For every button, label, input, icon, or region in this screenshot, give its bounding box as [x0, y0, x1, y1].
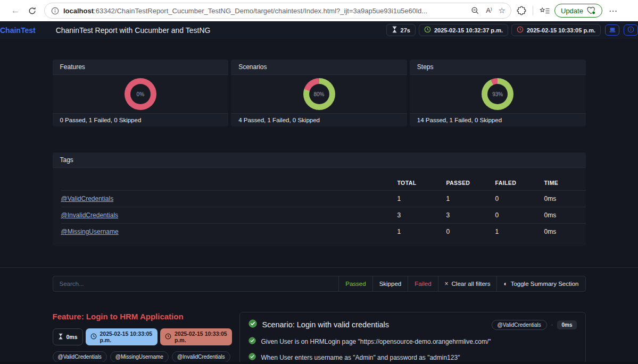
viewport-bottom-band	[0, 362, 638, 364]
card-title: Steps	[410, 60, 586, 75]
back-icon[interactable]: ←	[7, 5, 23, 16]
url-text: localhost:63342/ChainTestReport_Cucumber…	[63, 7, 465, 15]
card-summary: 14 Passed, 1 Failed, 0 Skipped	[410, 113, 586, 126]
total-header: TOTAL	[397, 175, 446, 191]
feature-tag-chip[interactable]: @ValidCredentials	[53, 351, 107, 362]
update-button[interactable]: Update	[554, 4, 602, 18]
divider	[533, 6, 533, 15]
address-bar[interactable]: localhost:63342/ChainTestReport_Cucumber…	[44, 3, 511, 19]
passed-cell: 3	[446, 207, 495, 224]
duration-value: 27s	[401, 27, 410, 33]
filter-passed-button[interactable]: Passed	[338, 276, 372, 291]
card-title: Scenarios	[231, 60, 407, 75]
tags-card: Tags TOTAL PASSED FAILED TIME @Val	[53, 153, 586, 246]
clock-end-icon	[517, 26, 524, 34]
failed-cell: 0	[495, 191, 544, 207]
total-cell: 1	[397, 191, 446, 207]
scenarios-donut-chart: 80%	[303, 78, 335, 110]
stat-cards-row: Features 0% 0 Passed, 1 Failed, 0 Skippe…	[53, 60, 586, 126]
toggle-icon: ◐	[503, 280, 507, 287]
step-text: Given User is on HRMLogin page "https://…	[261, 338, 491, 345]
toggle-summary-label: Toggle Summary Section	[511, 281, 579, 287]
report-title: ChaninTest Report with Cucumber and Test…	[56, 26, 211, 35]
results-section: Passed Skipped Failed × Clear all filter…	[0, 267, 638, 364]
total-cell: 3	[397, 207, 446, 224]
feature-title: Feature: Login to HRM Application	[53, 312, 233, 321]
favorite-star-icon[interactable]: ☆	[499, 6, 506, 15]
feature-tag-chip[interactable]: @InvalidCredentials	[172, 351, 230, 362]
feature-start-time-value: 2025-02-15 10:33:05 p.m.	[100, 331, 153, 343]
passed-cell: 0	[446, 224, 495, 240]
tags-title: Tags	[53, 153, 586, 168]
clear-filters-label: Clear all filters	[452, 281, 491, 287]
scenario-duration-badge: 0ms	[557, 320, 576, 329]
donut-percent: 80%	[313, 91, 324, 97]
report-navbar: ChainTest ChaninTest Report with Cucumbe…	[0, 21, 638, 39]
donut-percent: 93%	[492, 91, 503, 97]
search-input[interactable]	[53, 276, 339, 291]
tag-link[interactable]: @InvalidCredentials	[61, 211, 119, 219]
scenario-tag-chip[interactable]: @ValidCredentials	[492, 320, 547, 330]
failed-cell: 0	[495, 207, 544, 224]
refresh-icon[interactable]	[28, 6, 37, 15]
clock-icon	[90, 333, 97, 341]
summary-section: Features 0% 0 Passed, 1 Failed, 0 Skippe…	[0, 39, 638, 246]
passed-cell: 1	[446, 191, 495, 207]
site-info-icon[interactable]	[51, 7, 59, 15]
tag-name-header	[61, 175, 397, 191]
passed-header: PASSED	[446, 175, 495, 191]
chaintest-report-app: ChainTest ChaninTest Report with Cucumbe…	[0, 21, 638, 364]
time-cell: 0ms	[544, 207, 586, 224]
dot-separator: ·	[551, 321, 553, 328]
hourglass-icon	[392, 26, 397, 34]
filter-bar: Passed Skipped Failed × Clear all filter…	[53, 276, 586, 292]
start-time-value: 2025-02-15 10:32:37 p.m.	[434, 27, 503, 33]
card-summary: 0 Passed, 1 Failed, 0 Skipped	[53, 113, 229, 126]
feature-end-time-badge: 2025-02-15 10:33:05 p.m.	[160, 328, 232, 345]
laptop-icon	[609, 26, 616, 35]
theme-toggle-button[interactable]	[605, 24, 619, 36]
passed-check-icon	[248, 319, 257, 330]
favorites-list-icon[interactable]	[540, 7, 550, 15]
filter-skipped-button[interactable]: Skipped	[372, 276, 408, 291]
zoom-out-icon[interactable]	[471, 6, 479, 15]
info-button[interactable]	[624, 24, 638, 36]
more-menu-icon[interactable]: ⋯	[609, 6, 618, 16]
feature-summary: Feature: Login to HRM Application 0ms	[53, 312, 233, 364]
read-aloud-icon[interactable]: A)	[486, 6, 492, 14]
extensions-icon[interactable]	[517, 6, 526, 15]
step-row: When User enters username as "Admin" and…	[248, 353, 577, 362]
toggle-summary-button[interactable]: ◐ Toggle Summary Section	[496, 276, 585, 291]
features-donut-chart: 0%	[125, 78, 156, 110]
feature-tag-chip[interactable]: @MissingUsername	[110, 351, 169, 362]
failed-header: FAILED	[495, 175, 544, 191]
update-label: Update	[561, 7, 583, 15]
table-row: @InvalidCredentials 3 3 0 0ms	[61, 207, 586, 224]
end-time-value: 2025-02-15 10:33:05 p.m.	[527, 27, 595, 33]
tag-link[interactable]: @MissingUsername	[61, 228, 119, 235]
filter-failed-button[interactable]: Failed	[408, 276, 437, 291]
hourglass-icon	[58, 333, 63, 341]
total-cell: 1	[397, 224, 446, 240]
clear-filters-button[interactable]: × Clear all filters	[438, 276, 497, 291]
clock-icon	[165, 333, 171, 341]
feature-end-time-value: 2025-02-15 10:33:05 p.m.	[175, 331, 227, 343]
time-header: TIME	[544, 175, 586, 191]
end-time-badge: 2025-02-15 10:33:05 p.m.	[511, 24, 601, 36]
time-cell: 0ms	[544, 191, 586, 207]
brand-link[interactable]: ChainTest	[0, 26, 36, 35]
feature-duration-value: 0ms	[67, 334, 78, 340]
duration-badge: 27s	[386, 24, 416, 36]
table-row: @MissingUsername 1 0 1 0ms	[61, 224, 586, 240]
browser-health-heart-icon	[586, 6, 596, 15]
card-title: Features	[53, 60, 229, 75]
tag-link[interactable]: @ValidCredentials	[61, 195, 114, 202]
browser-chrome: ← localhost:63342/ChainTestReport_Cucumb…	[0, 0, 638, 21]
step-text: When User enters username as "Admin" and…	[261, 354, 460, 361]
card-summary: 4 Passed, 1 Failed, 0 Skipped	[231, 113, 407, 126]
failed-cell: 1	[495, 224, 544, 240]
feature-duration-badge: 0ms	[53, 328, 83, 345]
features-card: Features 0% 0 Passed, 1 Failed, 0 Skippe…	[53, 60, 229, 126]
close-icon: ×	[445, 280, 449, 287]
scenarios-card: Scenarios 80% 4 Passed, 1 Failed, 0 Skip…	[231, 60, 407, 126]
